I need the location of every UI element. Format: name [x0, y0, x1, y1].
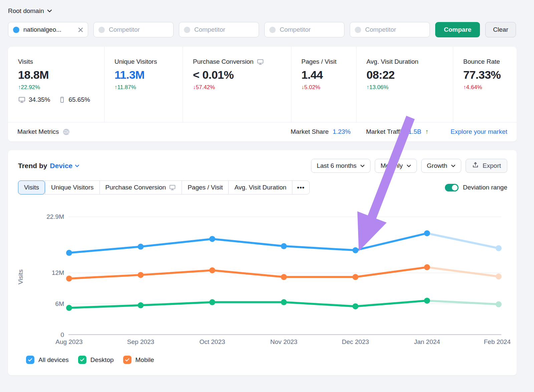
data-point-all-devices-oct-2023[interactable]: [209, 236, 215, 242]
market-share: Market Share 1.23%: [291, 128, 351, 135]
metric-value: 08:22: [366, 68, 450, 81]
series-line-desktop: [69, 301, 427, 308]
data-point-desktop-dec-2023[interactable]: [352, 303, 358, 309]
metric-label: Pages / Visit: [301, 58, 353, 65]
data-point-mobile-nov-2023[interactable]: [281, 274, 287, 280]
compare-button[interactable]: Compare: [435, 22, 480, 37]
trend-dimension-selector[interactable]: Device: [50, 162, 80, 170]
market-share-value[interactable]: 1.23%: [333, 128, 351, 135]
metric-change: ↑11.87%: [114, 84, 179, 91]
tab-unique-visitors[interactable]: Unique Visitors: [45, 181, 99, 194]
data-point-desktop-jan-2024[interactable]: [424, 298, 430, 304]
root-domain-selector[interactable]: Root domain: [8, 7, 52, 15]
competitor-placeholder: Competitor: [280, 26, 339, 33]
mode-dropdown[interactable]: Growth: [421, 159, 461, 173]
chevron-down-icon: [75, 164, 79, 167]
market-traffic-value[interactable]: 1.5B: [408, 128, 421, 135]
data-point-desktop-sep-2023[interactable]: [138, 302, 144, 308]
trend-chart: 22.9M12M6M0VisitsAug 2023Sep 2023Oct 202…: [8, 207, 517, 349]
checkbox-checked-icon[interactable]: [26, 356, 34, 364]
trend-up-arrow: ↑: [425, 128, 429, 135]
deviation-range-toggle[interactable]: [445, 184, 459, 191]
tab-avg-visit-duration[interactable]: Avg. Visit Duration: [228, 181, 292, 194]
data-point-all-devices-sep-2023[interactable]: [138, 244, 144, 250]
desktop-icon: [18, 96, 26, 103]
explore-your-market-link[interactable]: Explore your market: [451, 128, 507, 135]
trend-title-prefix: Trend by: [18, 162, 47, 170]
data-point-all-devices-dec-2023[interactable]: [352, 247, 358, 253]
data-point-mobile-sep-2023[interactable]: [138, 272, 144, 278]
data-point-mobile-aug-2023[interactable]: [66, 276, 72, 282]
date-range-dropdown[interactable]: Last 6 months: [311, 159, 370, 173]
checkbox-checked-icon[interactable]: [123, 356, 131, 364]
tab-pages-per-visit[interactable]: Pages / Visit: [182, 181, 228, 194]
metric-change: ↓57.42%: [193, 84, 288, 91]
mobile-share: 65.65%: [68, 96, 90, 103]
y-tick-label: 12M: [52, 269, 64, 276]
domain-chip[interactable]: nationalgeo...: [8, 22, 88, 37]
legend-label: Desktop: [90, 356, 114, 364]
competitor-input-4[interactable]: Competitor: [350, 22, 430, 37]
close-icon[interactable]: [78, 27, 83, 32]
data-point-mobile-jan-2024[interactable]: [424, 264, 430, 270]
data-point-all-devices-aug-2023[interactable]: [66, 250, 72, 256]
competitor-placeholder: Competitor: [365, 26, 425, 33]
market-metrics-label: Market Metrics: [17, 128, 59, 135]
chevron-down-icon: [407, 164, 411, 167]
clear-button[interactable]: Clear: [485, 22, 516, 37]
traffic-analytics-page: Root domain nationalgeo... Competitor Co…: [0, 0, 534, 392]
legend-desktop[interactable]: Desktop: [78, 356, 114, 364]
tab-visits[interactable]: Visits: [18, 180, 45, 194]
tab-purchase-conversion[interactable]: Purchase Conversion: [99, 181, 182, 194]
competitor-color-dot: [355, 27, 361, 33]
metric-label: Avg. Visit Duration: [366, 58, 450, 65]
competitor-input-3[interactable]: Competitor: [264, 22, 344, 37]
data-point-mobile-oct-2023[interactable]: [209, 267, 215, 273]
x-tick-label: Oct 2023: [199, 338, 225, 345]
legend-all-devices[interactable]: All devices: [26, 356, 69, 364]
chart-legend: All devices Desktop Mobile: [26, 356, 154, 364]
x-tick-label: Dec 2023: [342, 338, 369, 345]
data-point-desktop-nov-2023[interactable]: [281, 299, 287, 305]
export-button[interactable]: Export: [466, 159, 507, 173]
metric-bounce-rate: Bounce Rate 77.33% ↑4.64%: [453, 47, 517, 122]
metric-tabs-row: Visits Unique Visitors Purchase Conversi…: [8, 180, 517, 194]
projection-segment: [427, 233, 499, 248]
domain-chip-value: nationalgeo...: [23, 26, 74, 33]
data-point-desktop-oct-2023[interactable]: [209, 299, 215, 305]
metric-avg-visit-duration: Avg. Visit Duration 08:22 ↑13.06%: [356, 47, 453, 122]
desktop-share: 34.35%: [29, 96, 50, 103]
data-point-all-devices-nov-2023[interactable]: [281, 243, 287, 249]
globe-icon: [62, 128, 70, 136]
competitor-color-dot: [269, 27, 276, 33]
data-point-desktop-aug-2023[interactable]: [66, 305, 72, 311]
y-tick-label: 6M: [55, 300, 64, 307]
x-tick-label: Feb 2024: [484, 338, 511, 345]
data-point-all-devices-jan-2024[interactable]: [424, 230, 430, 236]
data-point-all-devices-feb-2024[interactable]: [496, 245, 502, 251]
y-tick-label: 0: [60, 331, 64, 338]
legend-label: Mobile: [136, 356, 154, 364]
trend-header: Trend by Device Last 6 months Monthly: [8, 150, 517, 173]
competitor-input-1[interactable]: Competitor: [93, 22, 174, 37]
metric-visits: Visits 18.8M ↑22.92% 34.35% 65.65%: [8, 47, 104, 122]
chevron-down-icon: [360, 164, 365, 167]
data-point-mobile-dec-2023[interactable]: [352, 274, 358, 280]
granularity-dropdown[interactable]: Monthly: [375, 159, 417, 173]
chevron-down-icon: [451, 164, 456, 167]
data-point-desktop-feb-2024[interactable]: [496, 301, 502, 307]
x-tick-label: Jan 2024: [414, 338, 440, 345]
metric-unique-visitors: Unique Visitors 11.3M ↑11.87%: [104, 47, 183, 122]
metric-value[interactable]: 11.3M: [114, 68, 179, 81]
export-icon: [472, 161, 479, 170]
competitor-placeholder: Competitor: [109, 26, 169, 33]
data-point-mobile-feb-2024[interactable]: [496, 274, 502, 280]
competitor-input-2[interactable]: Competitor: [179, 22, 259, 37]
checkbox-checked-icon[interactable]: [78, 356, 86, 364]
mobile-icon: [59, 96, 65, 103]
series-line-all-devices: [69, 233, 427, 253]
x-tick-label: Sep 2023: [127, 338, 154, 345]
legend-mobile[interactable]: Mobile: [123, 356, 154, 364]
more-tabs-button[interactable]: •••: [292, 181, 309, 194]
deviation-range-label: Deviation range: [463, 184, 507, 191]
